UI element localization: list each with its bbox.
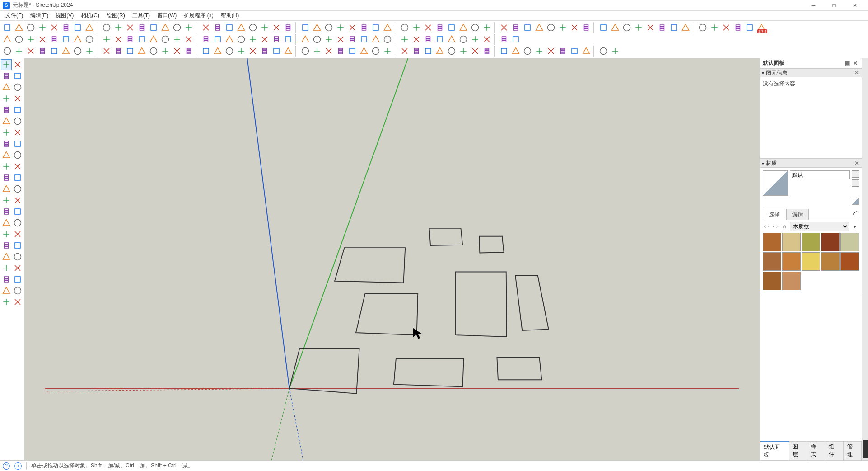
tool-text[interactable]	[13, 206, 23, 217]
tool-move[interactable]	[1, 150, 12, 160]
toolbar-button[interactable]	[212, 34, 223, 45]
tab-select[interactable]: 选择	[763, 209, 785, 220]
toolbar-button[interactable]	[271, 34, 282, 45]
toolbar-button[interactable]	[172, 22, 182, 33]
menu-view[interactable]: 视图(V)	[52, 11, 77, 20]
toolbar-button[interactable]	[14, 22, 24, 33]
toolbar-button[interactable]	[259, 22, 270, 33]
toolbar-button[interactable]	[113, 22, 124, 33]
toolbar-button[interactable]	[312, 46, 322, 57]
toolbar-button[interactable]	[101, 34, 112, 45]
toolbar-button[interactable]	[236, 22, 247, 33]
toolbar-button[interactable]	[125, 46, 135, 57]
toolbar-button[interactable]: 8.7.2	[756, 22, 767, 33]
toolbar-button[interactable]	[522, 22, 533, 33]
tool-sandbox2[interactable]	[13, 285, 23, 296]
menu-draw[interactable]: 绘图(R)	[103, 11, 129, 20]
toolbar-button[interactable]	[481, 22, 492, 33]
toolbar-button[interactable]	[370, 34, 381, 45]
toolbar-button[interactable]	[347, 46, 358, 57]
tool-arc[interactable]	[1, 127, 12, 138]
tray-tab[interactable]: 管理	[844, 442, 862, 460]
create-material-icon[interactable]	[852, 170, 859, 178]
toolbar-button[interactable]	[312, 22, 322, 33]
toolbar-button[interactable]	[212, 46, 223, 57]
toolbar-button[interactable]	[411, 22, 422, 33]
toolbar-button[interactable]	[300, 22, 311, 33]
material-name-input[interactable]	[790, 170, 850, 179]
menu-edit[interactable]: 编辑(E)	[27, 11, 52, 20]
tool-rect[interactable]	[1, 104, 12, 115]
toolbar-button[interactable]	[323, 46, 334, 57]
toolbar-button[interactable]	[323, 34, 334, 45]
tray-close-icon[interactable]: ✕	[852, 60, 859, 67]
panel-close-icon[interactable]: ✕	[854, 160, 860, 166]
toolbar-button[interactable]	[84, 46, 95, 57]
tray-tab[interactable]: 默认面板	[760, 441, 789, 460]
tool-bezier[interactable]	[13, 138, 23, 149]
toolbar-button[interactable]	[458, 22, 469, 33]
toolbar-button[interactable]	[569, 46, 580, 57]
menu-help[interactable]: 帮助(H)	[217, 11, 243, 20]
toolbar-button[interactable]	[733, 22, 743, 33]
toolbar-button[interactable]	[546, 22, 556, 33]
tool-sandbox4[interactable]	[13, 297, 23, 307]
toolbar-button[interactable]	[569, 22, 580, 33]
tool-select[interactable]	[1, 59, 12, 70]
toolbar-button[interactable]	[709, 22, 720, 33]
toolbar-button[interactable]	[160, 46, 171, 57]
tool-dim[interactable]	[1, 206, 12, 217]
toolbar-button[interactable]	[283, 22, 294, 33]
toolbar-button[interactable]	[300, 34, 311, 45]
toolbar-button[interactable]	[557, 46, 568, 57]
tool-movecopy[interactable]	[13, 150, 23, 160]
tool-line[interactable]	[1, 93, 12, 104]
tool-offset[interactable]	[1, 184, 12, 194]
toolbar-button[interactable]	[84, 22, 95, 33]
toolbar-button[interactable]	[72, 34, 83, 45]
toolbar-button[interactable]	[259, 34, 270, 45]
toolbar-button[interactable]	[534, 22, 545, 33]
menu-file[interactable]: 文件(F)	[2, 11, 27, 20]
toolbar-button[interactable]	[247, 46, 258, 57]
tool-protractor[interactable]	[13, 195, 23, 206]
toolbar-button[interactable]	[61, 22, 71, 33]
toolbar-button[interactable]	[61, 34, 71, 45]
toolbar-button[interactable]	[370, 46, 381, 57]
toolbar-button[interactable]	[2, 34, 13, 45]
toolbar-button[interactable]	[49, 34, 60, 45]
tray-title-bar[interactable]: 默认面板 ▣ ✕	[760, 58, 862, 68]
tool-arc2[interactable]	[13, 127, 23, 138]
toolbar-button[interactable]	[160, 22, 171, 33]
tool-poly[interactable]	[13, 116, 23, 127]
material-thumb[interactable]	[802, 233, 820, 251]
tool-orbit[interactable]	[1, 229, 12, 240]
toolbar-button[interactable]	[300, 46, 311, 57]
nav-fwd-icon[interactable]: ⇨	[772, 223, 779, 230]
menu-camera[interactable]: 相机(C)	[77, 11, 103, 20]
toolbar-button[interactable]	[101, 46, 112, 57]
toolbar-button[interactable]	[399, 22, 410, 33]
toolbar-button[interactable]	[148, 22, 159, 33]
toolbar-button[interactable]	[446, 34, 457, 45]
toolbar-button[interactable]	[312, 34, 322, 45]
toolbar-button[interactable]	[598, 22, 609, 33]
toolbar-button[interactable]	[14, 46, 24, 57]
material-thumb[interactable]	[840, 252, 859, 271]
toolbar-button[interactable]	[125, 22, 135, 33]
toolbar-button[interactable]	[370, 22, 381, 33]
details-menu-icon[interactable]: ▸	[851, 222, 859, 231]
toolbar-button[interactable]	[399, 34, 410, 45]
toolbar-button[interactable]	[49, 46, 60, 57]
menu-ext[interactable]: 扩展程序 (x)	[180, 11, 217, 20]
sketch-geometry[interactable]	[289, 228, 549, 394]
toolbar-button[interactable]	[446, 46, 457, 57]
grip-icon[interactable]	[863, 440, 868, 458]
panel-close-icon[interactable]: ✕	[854, 70, 860, 76]
minimize-button[interactable]: ─	[803, 0, 824, 11]
toolbar-button[interactable]	[434, 46, 445, 57]
material-thumb[interactable]	[821, 252, 840, 271]
toolbar-button[interactable]	[113, 34, 124, 45]
tool-section[interactable]	[13, 217, 23, 228]
toolbar-button[interactable]	[557, 22, 568, 33]
